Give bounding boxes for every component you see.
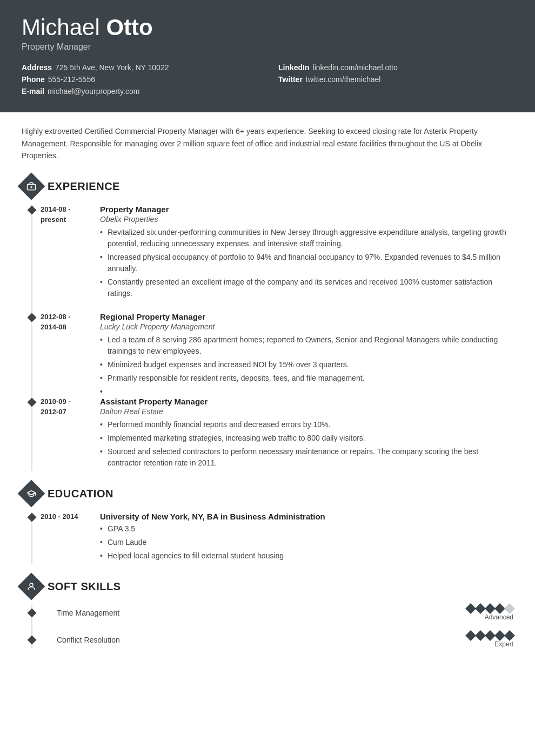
job-content-2: Regional Property Manager Lucky Luck Pro… — [89, 312, 513, 386]
experience-title: EXPERIENCE — [48, 180, 120, 193]
job-company-1: Obelix Properties — [100, 215, 513, 224]
email-label: E-mail — [22, 87, 44, 96]
twitter-label: Twitter — [278, 75, 303, 84]
job-bullets-1: Revitalized six under-performing communi… — [100, 227, 513, 299]
job-item-3: 2010-09 - 2012-07 Assistant Property Man… — [32, 397, 513, 471]
phone-label: Phone — [22, 75, 45, 84]
edu-degree-1: University of New York, NY, BA in Busine… — [100, 512, 513, 521]
bullet-item: GPA 3.5 — [100, 523, 513, 535]
linkedin-item: LinkedIn linkedin.com/michael.otto — [278, 62, 513, 73]
job-date-3: 2010-09 - 2012-07 — [35, 397, 89, 471]
edu-bullets-1: GPA 3.5 Cum Laude Helped local agencies … — [100, 523, 513, 562]
experience-header: EXPERIENCE — [22, 177, 513, 196]
job-content-3: Assistant Property Manager Dalton Real E… — [89, 397, 513, 471]
job-date-2: 2012-08 - 2014-08 — [35, 312, 89, 386]
job-title-3: Assistant Property Manager — [100, 397, 513, 406]
education-timeline: 2010 - 2014 University of New York, NY, … — [31, 512, 513, 564]
first-name: Michael — [22, 15, 106, 40]
skill-dots-2 — [467, 632, 513, 639]
twitter-item: Twitter twitter.com/themichael — [278, 73, 513, 85]
skill-content-2: Conflict Resolution Expert — [46, 632, 513, 648]
resume-body: Highly extroverted Certified Commercial … — [0, 112, 535, 683]
job-company-3: Dalton Real Estate — [100, 407, 513, 416]
job-title-1: Property Manager — [100, 205, 513, 214]
job-item-2: 2012-08 - 2014-08 Regional Property Mana… — [32, 312, 513, 386]
education-header: EDUCATION — [22, 484, 513, 503]
last-name: Otto — [106, 15, 152, 40]
bullet-item: Minimized budget expenses and increased … — [100, 359, 513, 370]
dot-filled — [465, 630, 476, 641]
linkedin-value: linkedin.com/michael.otto — [313, 63, 398, 72]
bullet-item: Increased physical occupancy of portfoli… — [100, 252, 513, 274]
contact-grid: Address 725 5th Ave, New York, NY 10022 … — [22, 62, 513, 97]
address-label: Address — [22, 63, 52, 72]
soft-skills-section: SOFT SKILLS Time Management — [22, 577, 513, 648]
skill-name-1: Time Management — [57, 609, 467, 617]
dot-filled — [465, 603, 476, 614]
education-section: EDUCATION 2010 - 2014 University of New … — [22, 484, 513, 564]
job-title-2: Regional Property Manager — [100, 312, 513, 321]
svg-point-3 — [30, 583, 33, 586]
dot-empty — [504, 603, 515, 614]
skill-item-2: Conflict Resolution Expert — [32, 632, 513, 648]
skill-rating-2: Expert — [467, 632, 513, 648]
skill-dot-2 — [28, 636, 37, 645]
address-item: Address 725 5th Ave, New York, NY 10022 — [22, 62, 257, 73]
job-bullets-2: Led a team of 8 serving 286 apartment ho… — [100, 334, 513, 384]
address-value: 725 5th Ave, New York, NY 10022 — [55, 63, 169, 72]
bullet-item: Primarily responsible for resident rents… — [100, 373, 513, 384]
experience-icon — [18, 173, 45, 200]
soft-skills-timeline: Time Management Advanced — [31, 605, 513, 648]
edu-content-1: University of New York, NY, BA in Busine… — [89, 512, 513, 564]
bullet-item: Performed monthly financial reports and … — [100, 419, 513, 430]
candidate-name: Michael Otto — [22, 15, 513, 40]
experience-section: EXPERIENCE 2014-08 - present Property Ma… — [22, 177, 513, 471]
edu-date-1: 2010 - 2014 — [35, 512, 89, 564]
job-company-2: Lucky Luck Property Management — [100, 322, 513, 331]
resume-header: Michael Otto Property Manager Address 72… — [0, 0, 535, 112]
dot-filled — [475, 603, 486, 614]
bullet-item: Cum Laude — [100, 537, 513, 548]
job-content-1: Property Manager Obelix Properties Revit… — [89, 205, 513, 301]
skill-rating-1: Advanced — [467, 605, 513, 621]
dot-filled — [494, 603, 505, 614]
skill-content-1: Time Management Advanced — [46, 605, 513, 621]
skill-name-2: Conflict Resolution — [57, 636, 467, 644]
phone-value: 555-212-5556 — [48, 75, 95, 84]
dot-filled — [504, 630, 515, 641]
bullet-item: Constantly presented an excellent image … — [100, 276, 513, 299]
soft-skills-icon — [18, 573, 45, 600]
education-title: EDUCATION — [48, 488, 113, 500]
dot-filled — [494, 630, 505, 641]
job-item-1: 2014-08 - present Property Manager Obeli… — [32, 205, 513, 301]
twitter-value: twitter.com/themichael — [306, 75, 381, 84]
job-bullets-3: Performed monthly financial reports and … — [100, 419, 513, 469]
bullet-item: Sourced and selected contractors to perf… — [100, 446, 513, 469]
summary-section: Highly extroverted Certified Commercial … — [22, 125, 513, 161]
soft-skills-title: SOFT SKILLS — [48, 580, 121, 593]
phone-item: Phone 555-212-5556 — [22, 73, 257, 85]
skill-level-1: Advanced — [485, 613, 513, 621]
skill-level-2: Expert — [494, 640, 513, 648]
skill-item-1: Time Management Advanced — [32, 605, 513, 621]
skill-dot-1 — [28, 609, 37, 618]
dot-filled — [485, 603, 496, 614]
bullet-item: Helped local agencies to fill external s… — [100, 550, 513, 562]
dot-filled — [485, 630, 496, 641]
linkedin-label: LinkedIn — [278, 63, 310, 72]
email-item: E-mail michael@yourproperty.com — [22, 85, 257, 97]
bullet-item: Revitalized six under-performing communi… — [100, 227, 513, 249]
education-icon — [18, 480, 45, 508]
edu-item-1: 2010 - 2014 University of New York, NY, … — [32, 512, 513, 564]
bullet-item: Led a team of 8 serving 286 apartment ho… — [100, 334, 513, 357]
soft-skills-header: SOFT SKILLS — [22, 577, 513, 596]
email-value: michael@yourproperty.com — [48, 87, 139, 96]
experience-timeline: 2014-08 - present Property Manager Obeli… — [31, 205, 513, 471]
skill-dots-1 — [467, 605, 513, 612]
bullet-item: Implemented marketing strategies, increa… — [100, 433, 513, 444]
dot-filled — [475, 630, 486, 641]
job-date-1: 2014-08 - present — [35, 205, 89, 301]
candidate-title: Property Manager — [22, 42, 513, 52]
